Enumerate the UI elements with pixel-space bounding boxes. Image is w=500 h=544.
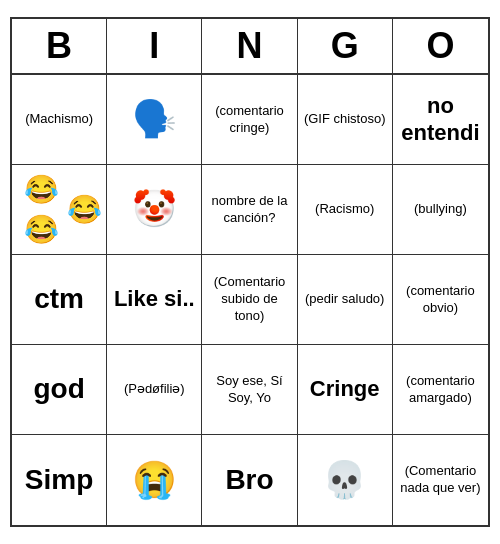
bingo-header: BINGO	[12, 19, 488, 75]
bingo-cell-r1c3: (Racismo)	[298, 165, 393, 255]
bingo-cell-r0c0: (Machismo)	[12, 75, 107, 165]
bingo-cell-r1c2: nombre de la canción?	[202, 165, 297, 255]
bingo-cell-r4c3: 💀	[298, 435, 393, 525]
header-letter: N	[202, 19, 297, 73]
bingo-cell-r3c2: Soy ese, Sí Soy, Yo	[202, 345, 297, 435]
bingo-cell-r0c4: no entendi	[393, 75, 488, 165]
bingo-cell-r3c0: god	[12, 345, 107, 435]
bingo-cell-r2c2: (Comentario subido de tono)	[202, 255, 297, 345]
bingo-cell-r3c3: Cringe	[298, 345, 393, 435]
bingo-cell-r4c0: Simp	[12, 435, 107, 525]
bingo-cell-r1c0: 😂😂😂	[12, 165, 107, 255]
bingo-cell-r1c1: 🤡	[107, 165, 202, 255]
bingo-grid: (Machismo)🗣️(comentario cringe)(GIF chis…	[12, 75, 488, 525]
header-letter: B	[12, 19, 107, 73]
header-letter: G	[298, 19, 393, 73]
bingo-cell-r2c0: ctm	[12, 255, 107, 345]
bingo-cell-r3c4: (comentario amargado)	[393, 345, 488, 435]
bingo-cell-r2c1: Like si..	[107, 255, 202, 345]
bingo-cell-r2c4: (comentario obvio)	[393, 255, 488, 345]
bingo-cell-r2c3: (pedir saludo)	[298, 255, 393, 345]
bingo-cell-r4c4: (Comentario nada que ver)	[393, 435, 488, 525]
bingo-board: BINGO (Machismo)🗣️(comentario cringe)(GI…	[10, 17, 490, 527]
header-letter: I	[107, 19, 202, 73]
bingo-cell-r0c1: 🗣️	[107, 75, 202, 165]
bingo-cell-r0c2: (comentario cringe)	[202, 75, 297, 165]
bingo-cell-r3c1: (Pədøfiliə)	[107, 345, 202, 435]
header-letter: O	[393, 19, 488, 73]
bingo-cell-r4c2: Bro	[202, 435, 297, 525]
bingo-cell-r1c4: (bullying)	[393, 165, 488, 255]
bingo-cell-r0c3: (GIF chistoso)	[298, 75, 393, 165]
bingo-cell-r4c1: 😭	[107, 435, 202, 525]
